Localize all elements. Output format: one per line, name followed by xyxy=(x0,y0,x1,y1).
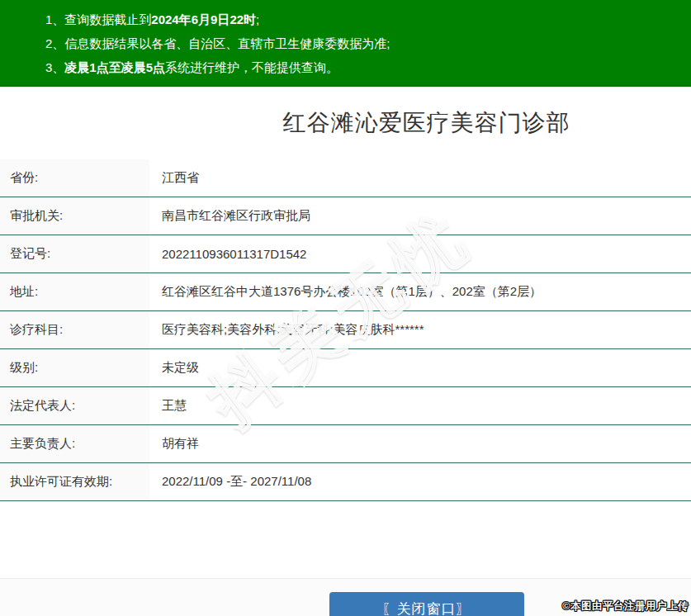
notice-text: 系统进行维护，不能提供查询。 xyxy=(165,60,338,74)
table-row-address: 地址: 红谷滩区红谷中大道1376号办公楼102室（第1层）、202室（第2层） xyxy=(0,273,691,311)
notice-bold-text: 凌晨1点至凌晨5点 xyxy=(64,60,165,74)
field-label: 登记号: xyxy=(0,235,149,272)
notice-bold-text: 2024年6月9日22时 xyxy=(151,12,256,26)
field-value: 2022/11/09 -至- 2027/11/08 xyxy=(149,463,691,500)
field-label: 法定代表人: xyxy=(0,387,149,424)
image-credit-watermark: ©本图由平台注册用户上传 xyxy=(562,599,689,614)
field-value: 红谷滩区红谷中大道1376号办公楼102室（第1层）、202室（第2层） xyxy=(149,273,691,310)
content-spacer xyxy=(0,501,691,578)
page-container: 1、查询数据截止到2024年6月9日22时; 2、信息数据结果以各省、自治区、直… xyxy=(0,0,691,616)
field-label: 审批机关: xyxy=(0,197,149,235)
field-label: 地址: xyxy=(0,273,149,310)
table-row-legal-representative: 法定代表人: 王慧 xyxy=(0,387,691,425)
field-value: 江西省 xyxy=(149,159,691,197)
institution-info-table: 省份: 江西省 审批机关: 南昌市红谷滩区行政审批局 登记号: 20221109… xyxy=(0,159,691,501)
close-window-button[interactable]: 〖关闭窗口〗 xyxy=(329,592,524,616)
field-value: 胡有祥 xyxy=(149,425,691,462)
field-label: 诊疗科目: xyxy=(0,311,149,348)
table-row-approval-authority: 审批机关: 南昌市红谷滩区行政审批局 xyxy=(0,197,691,235)
field-label: 执业许可证有效期: xyxy=(0,463,149,500)
field-value: 2022110936011317D1542 xyxy=(149,235,691,272)
table-row-principal: 主要负责人: 胡有祥 xyxy=(0,425,691,463)
field-value: 王慧 xyxy=(149,387,691,424)
notice-line-2: 2、信息数据结果以各省、自治区、直辖市卫生健康委数据为准; xyxy=(45,31,691,55)
table-row-level: 级别: 未定级 xyxy=(0,349,691,387)
field-label: 主要负责人: xyxy=(0,425,149,462)
notice-text: 3、 xyxy=(45,60,64,74)
field-value: 南昌市红谷滩区行政审批局 xyxy=(149,197,691,235)
field-value: 未定级 xyxy=(149,349,691,386)
table-row-registration-number: 登记号: 2022110936011317D1542 xyxy=(0,235,691,273)
notice-text: 2、信息数据结果以各省、自治区、直辖市卫生健康委数据为准; xyxy=(45,36,390,50)
notice-line-3: 3、凌晨1点至凌晨5点系统进行维护，不能提供查询。 xyxy=(45,55,691,79)
field-label: 级别: xyxy=(0,349,149,386)
notice-text: 1、查询数据截止到 xyxy=(45,12,151,26)
table-row-license-validity: 执业许可证有效期: 2022/11/09 -至- 2027/11/08 xyxy=(0,463,691,501)
page-title: 红谷滩沁爱医疗美容门诊部 xyxy=(283,107,570,139)
notice-line-1: 1、查询数据截止到2024年6月9日22时; xyxy=(45,7,691,31)
field-label: 省份: xyxy=(0,159,149,197)
notice-text: ; xyxy=(256,12,259,26)
notice-banner: 1、查询数据截止到2024年6月9日22时; 2、信息数据结果以各省、自治区、直… xyxy=(0,0,691,87)
table-row-clinical-subjects: 诊疗科目: 医疗美容科;美容外科;美容牙科;美容皮肤科****** xyxy=(0,311,691,349)
table-row-province: 省份: 江西省 xyxy=(0,159,691,197)
title-area: 红谷滩沁爱医疗美容门诊部 xyxy=(0,87,691,159)
field-value: 医疗美容科;美容外科;美容牙科;美容皮肤科****** xyxy=(149,311,691,348)
